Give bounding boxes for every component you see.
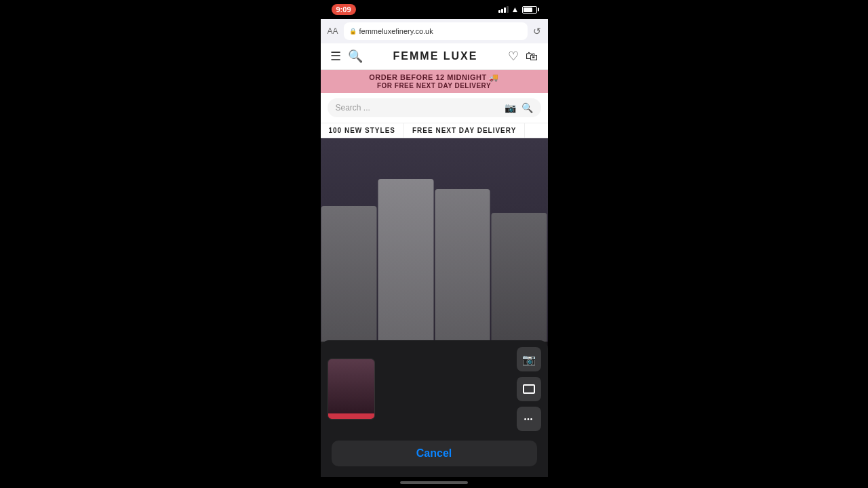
- search-placeholder: Search ...: [336, 103, 499, 113]
- nav-icons-left: ☰ 🔍: [330, 49, 363, 64]
- status-icons: ▲: [498, 5, 537, 14]
- signal-bar-1: [498, 10, 500, 13]
- brand-logo[interactable]: FEMME LUXE: [393, 50, 478, 62]
- search-bar-wrap: Search ... 📷 🔍: [321, 93, 548, 123]
- phone-frame: 9:09 ▲ AA 🔒 femmeluxefinery.co.uk ↺: [321, 0, 548, 488]
- signal-bar-4: [507, 6, 509, 13]
- picker-cancel-button[interactable]: Cancel: [332, 441, 537, 466]
- camera-search-icon[interactable]: 📷: [505, 102, 516, 113]
- signal-bar-2: [501, 9, 503, 13]
- picker-top-row: 📷 •••: [328, 347, 541, 431]
- url-bar[interactable]: 🔒 femmeluxefinery.co.uk: [344, 22, 528, 40]
- cart-icon[interactable]: 🛍: [526, 49, 538, 63]
- nav-icons-right: ♡ 🛍: [508, 49, 538, 64]
- picker-camera-button[interactable]: 📷: [517, 347, 541, 371]
- ticker-item-1: 100 NEW STYLES: [321, 123, 404, 138]
- promo-line1: ORDER BEFORE 12 MIDNIGHT 🚚: [326, 73, 542, 82]
- signal-bar-3: [504, 7, 506, 13]
- promo-banner: ORDER BEFORE 12 MIDNIGHT 🚚 FOR FREE NEXT…: [321, 70, 548, 93]
- camera-icon: 📷: [522, 353, 536, 366]
- nav-search-icon[interactable]: 🔍: [348, 49, 363, 64]
- picker-actions: 📷 •••: [517, 347, 541, 431]
- nav-bar: ☰ 🔍 FEMME LUXE ♡ 🛍: [321, 43, 548, 70]
- battery-fill: [524, 7, 533, 12]
- search-bar[interactable]: Search ... 📷 🔍: [328, 98, 541, 117]
- promo-line2: FOR FREE NEXT DAY DELIVERY: [326, 82, 542, 89]
- url-text: femmeluxefinery.co.uk: [359, 27, 433, 35]
- lock-icon: 🔒: [349, 28, 357, 35]
- wishlist-icon[interactable]: ♡: [508, 49, 519, 64]
- picker-cancel-row: Cancel: [328, 436, 541, 470]
- status-bar: 9:09 ▲: [321, 0, 548, 19]
- more-icon: •••: [524, 415, 534, 423]
- photo-picker-drawer: 📷 ••• Cancel: [321, 340, 548, 477]
- home-bar: [400, 481, 468, 484]
- thumb-bar: [328, 413, 374, 419]
- signal-bars-icon: [498, 6, 509, 13]
- menu-icon[interactable]: ☰: [330, 49, 341, 64]
- status-time: 9:09: [332, 4, 356, 15]
- photo-thumbnail[interactable]: [328, 359, 375, 420]
- ticker-item-2: FREE NEXT DAY DELIVERY: [404, 123, 525, 138]
- website-content: ☰ 🔍 FEMME LUXE ♡ 🛍 ORDER BEFORE 12 MIDNI…: [321, 43, 548, 477]
- ticker-bar: 100 NEW STYLES FREE NEXT DAY DELIVERY: [321, 123, 548, 138]
- picker-frame-button[interactable]: [517, 377, 541, 401]
- reload-button[interactable]: ↺: [533, 26, 541, 37]
- battery-icon: [522, 6, 537, 14]
- frame-icon: [523, 384, 535, 394]
- home-indicator: [321, 477, 548, 488]
- thumb-figure: [328, 359, 374, 419]
- picker-more-button[interactable]: •••: [517, 407, 541, 431]
- wifi-icon: ▲: [511, 5, 519, 14]
- search-submit-icon[interactable]: 🔍: [521, 102, 533, 113]
- cart-icon-wrap[interactable]: 🛍: [526, 49, 538, 64]
- hero-area: OVER 100 NEW STYLES + FREE NEXT DAY DELI…: [321, 138, 548, 477]
- browser-bar: AA 🔒 femmeluxefinery.co.uk ↺: [321, 19, 548, 43]
- browser-aa[interactable]: AA: [328, 26, 338, 36]
